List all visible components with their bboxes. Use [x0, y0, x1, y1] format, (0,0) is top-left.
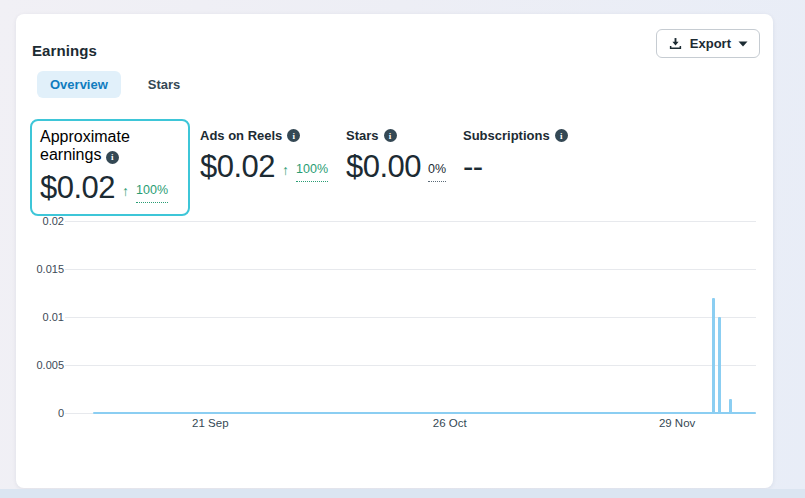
metric-label: Subscriptions: [463, 128, 550, 143]
info-icon[interactable]: i: [287, 129, 300, 142]
info-icon[interactable]: i: [106, 151, 119, 164]
x-axis-label: 21 Sep: [192, 417, 228, 429]
export-button-label: Export: [690, 36, 731, 51]
tab-bar: Overview Stars: [37, 71, 193, 98]
trend-up-icon: ↑: [282, 162, 289, 182]
metric-delta: 0%: [428, 162, 446, 182]
metric-value: --: [463, 151, 483, 182]
data-spike[interactable]: [718, 317, 721, 413]
trend-up-icon: ↑: [122, 183, 129, 203]
metric-stars[interactable]: Stars i $0.00 0%: [346, 128, 446, 182]
tab-stars[interactable]: Stars: [135, 71, 194, 98]
y-axis-label: 0.015: [20, 263, 64, 275]
data-spike[interactable]: [712, 298, 715, 413]
info-icon[interactable]: i: [555, 129, 568, 142]
metric-label: Ads on Reels: [200, 128, 282, 143]
y-axis-label: 0.005: [20, 359, 64, 371]
x-axis-label: 29 Nov: [659, 417, 695, 429]
metric-delta: 100%: [136, 183, 168, 203]
gridline: [65, 269, 756, 270]
metric-value: $0.02: [200, 151, 275, 182]
export-button[interactable]: Export: [656, 29, 760, 58]
download-icon: [668, 36, 683, 51]
tab-overview[interactable]: Overview: [37, 71, 121, 98]
data-spike[interactable]: [729, 399, 732, 413]
gridline: [65, 317, 756, 318]
metric-ads-on-reels[interactable]: Ads on Reels i $0.02 ↑ 100%: [200, 128, 328, 182]
series-baseline: [93, 412, 756, 414]
metric-value: $0.02: [40, 172, 115, 203]
metric-value: $0.00: [346, 151, 421, 182]
metric-delta: 100%: [296, 162, 328, 182]
gridline: [65, 221, 756, 222]
info-icon[interactable]: i: [384, 129, 397, 142]
x-axis-label: 26 Oct: [433, 417, 467, 429]
bottom-page-divider: [0, 489, 805, 498]
metric-label: Stars: [346, 128, 379, 143]
gridline: [65, 365, 756, 366]
earnings-card: Earnings Export Overview Stars Approxima…: [16, 14, 773, 488]
y-axis-label: 0: [20, 407, 64, 419]
metric-approximate-earnings[interactable]: Approximate earnings i $0.02 ↑ 100%: [30, 119, 190, 216]
page-title: Earnings: [32, 42, 97, 59]
y-axis-label: 0.01: [20, 311, 64, 323]
earnings-chart: 00.0050.010.0150.0221 Sep26 Oct29 Nov: [16, 207, 773, 457]
metric-subscriptions[interactable]: Subscriptions i --: [463, 128, 568, 182]
y-axis-label: 0.02: [20, 215, 64, 227]
chevron-down-icon: [738, 41, 748, 47]
